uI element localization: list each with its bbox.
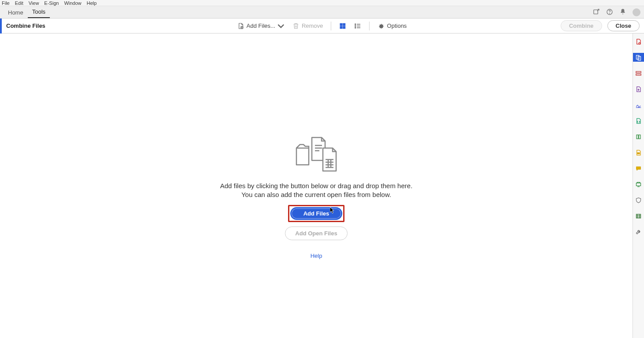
gear-icon xyxy=(378,22,385,30)
help-link[interactable]: Help xyxy=(311,253,322,259)
scan-icon xyxy=(635,181,642,188)
remove-button[interactable]: Remove xyxy=(291,21,325,31)
right-tool-sidebar xyxy=(633,33,644,338)
svg-rect-19 xyxy=(637,183,641,186)
tool-combine-files[interactable] xyxy=(633,53,644,62)
add-files-dropdown[interactable]: Add Files... xyxy=(236,21,286,31)
svg-point-10 xyxy=(355,27,356,28)
create-pdf-icon xyxy=(635,38,642,45)
menu-file[interactable]: File xyxy=(2,0,10,6)
bell-icon[interactable] xyxy=(619,8,626,17)
grid-icon xyxy=(339,22,346,30)
share-icon[interactable] xyxy=(593,8,600,17)
svg-rect-5 xyxy=(343,23,345,26)
add-files-button[interactable]: Add Files xyxy=(290,207,343,220)
options-button[interactable]: Options xyxy=(376,21,408,31)
tabbar: Home Tools xyxy=(0,6,644,19)
media-icon xyxy=(635,213,642,219)
page-title: Combine Files xyxy=(2,22,50,29)
remove-label: Remove xyxy=(302,22,323,29)
options-label: Options xyxy=(387,22,407,29)
list-view-button[interactable] xyxy=(352,21,363,31)
svg-rect-20 xyxy=(637,214,641,218)
close-button[interactable]: Close xyxy=(607,20,640,31)
empty-text-line2: You can also add the current open files … xyxy=(241,190,391,199)
tool-redact[interactable] xyxy=(633,148,644,157)
svg-rect-16 xyxy=(637,135,638,139)
menu-help[interactable]: Help xyxy=(87,0,97,6)
export-icon xyxy=(635,86,642,93)
avatar-icon[interactable] xyxy=(633,8,640,16)
svg-rect-6 xyxy=(340,26,342,28)
highlight-annotation: Add Files xyxy=(288,205,345,222)
separator xyxy=(331,22,331,30)
svg-rect-4 xyxy=(340,23,342,26)
empty-state: Add files by clicking the button below o… xyxy=(220,135,412,259)
tool-organize[interactable] xyxy=(633,116,644,125)
menu-edit[interactable]: Edit xyxy=(15,0,23,6)
menu-view[interactable]: View xyxy=(29,0,39,6)
svg-rect-15 xyxy=(636,74,641,75)
wrench-icon xyxy=(635,229,642,235)
tab-home[interactable]: Home xyxy=(4,7,28,18)
grid-view-button[interactable] xyxy=(337,21,348,31)
svg-point-11 xyxy=(639,42,640,44)
chevron-down-icon xyxy=(277,22,285,30)
add-open-files-button[interactable]: Add Open Files xyxy=(285,227,347,240)
menu-window[interactable]: Window xyxy=(64,0,81,6)
files-illustration-icon xyxy=(292,135,341,174)
trash-icon xyxy=(292,22,300,30)
content-area[interactable]: Add files by clicking the button below o… xyxy=(0,33,633,338)
tool-scan[interactable] xyxy=(633,180,644,189)
menubar: File Edit View E-Sign Window Help xyxy=(0,0,644,6)
tool-edit-pdf[interactable] xyxy=(633,69,644,78)
svg-point-8 xyxy=(355,24,356,25)
combine-button[interactable]: Combine xyxy=(561,20,602,31)
tool-media[interactable] xyxy=(633,212,644,220)
redact-icon xyxy=(635,149,642,156)
compress-icon xyxy=(635,134,642,140)
toolbar: Combine Files Add Files... Remove Option… xyxy=(0,19,644,33)
svg-rect-14 xyxy=(636,71,641,73)
list-icon xyxy=(354,22,361,30)
svg-point-2 xyxy=(610,13,610,14)
tool-protect[interactable] xyxy=(633,196,644,204)
help-icon[interactable] xyxy=(606,8,613,17)
svg-point-9 xyxy=(355,26,356,26)
organize-icon xyxy=(635,118,642,124)
svg-rect-17 xyxy=(639,135,640,139)
tool-comment[interactable] xyxy=(633,164,644,173)
shield-icon xyxy=(635,197,642,204)
tool-export-pdf[interactable] xyxy=(633,85,644,93)
tool-create-pdf[interactable] xyxy=(633,37,644,46)
add-files-label: Add Files... xyxy=(247,22,275,29)
edit-icon xyxy=(635,70,642,77)
svg-rect-0 xyxy=(594,10,598,14)
combine-icon xyxy=(635,54,642,61)
menu-esign[interactable]: E-Sign xyxy=(44,0,59,6)
tool-sign[interactable] xyxy=(633,100,644,109)
add-file-icon xyxy=(237,22,244,30)
svg-rect-7 xyxy=(343,26,345,28)
empty-text-line1: Add files by clicking the button below o… xyxy=(220,182,412,190)
separator xyxy=(369,22,370,30)
comment-icon xyxy=(635,165,642,172)
tool-compress[interactable] xyxy=(633,132,644,141)
svg-rect-18 xyxy=(637,152,640,154)
tool-more[interactable] xyxy=(633,227,644,236)
tab-tools[interactable]: Tools xyxy=(28,6,50,18)
sign-icon xyxy=(635,102,642,108)
